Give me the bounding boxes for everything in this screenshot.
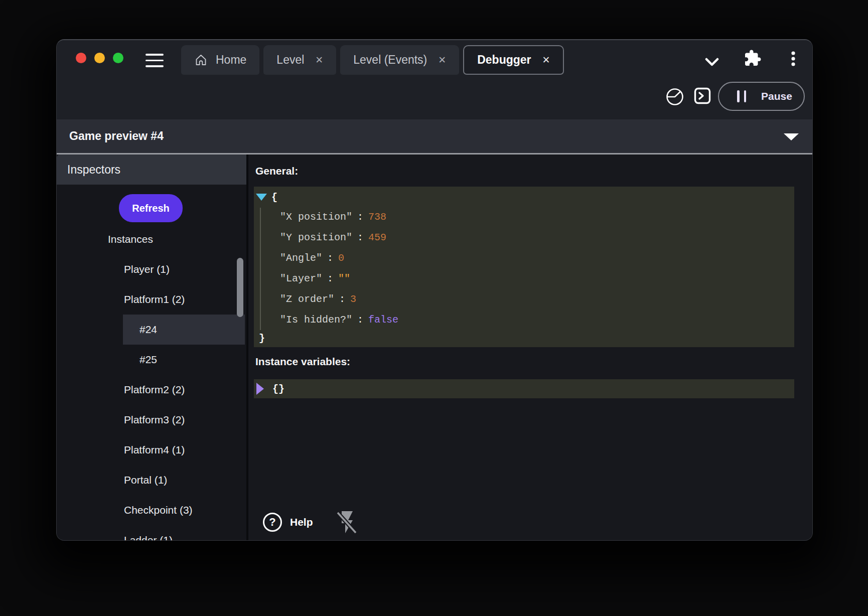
console-icon[interactable] [694, 87, 711, 104]
debugger-content: Inspectors Refresh Instances Player (1) … [57, 155, 812, 540]
open-brace: { [271, 192, 277, 203]
json-value: "" [338, 273, 350, 284]
tab-home[interactable]: Home [181, 45, 259, 75]
json-property-row: "Layer" : "" [254, 268, 794, 289]
tab-level[interactable]: Level ✕ [263, 45, 336, 75]
debugger-toolbar: Pause [57, 75, 812, 119]
pause-button[interactable]: Pause [718, 82, 805, 111]
instances-tree-item-instances[interactable]: Instances [57, 224, 246, 254]
minimize-window-button[interactable] [94, 53, 105, 63]
general-json-viewer: { "X position" : 738 "Y position" : 459 … [254, 187, 794, 347]
general-json-rows: "X position" : 738 "Y position" : 459 "A… [254, 207, 794, 330]
instances-tree-item-24[interactable]: #24 [57, 315, 246, 345]
close-tab-icon[interactable]: ✕ [542, 54, 550, 66]
json-value: 738 [368, 211, 386, 223]
json-value: 3 [350, 293, 356, 305]
json-separator: : [334, 293, 350, 305]
expand-node-icon[interactable] [256, 383, 264, 395]
zoom-window-button[interactable] [113, 53, 123, 63]
inspectors-sidebar: Inspectors Refresh Instances Player (1) … [57, 155, 246, 540]
main-menu-icon[interactable] [146, 54, 164, 67]
instances-tree-item-label: #25 [139, 354, 157, 366]
instances-tree-item-label: Portal (1) [124, 474, 167, 486]
tab-debugger[interactable]: Debugger ✕ [463, 45, 564, 75]
pause-button-label: Pause [761, 90, 792, 102]
json-property-row: "Angle" : 0 [254, 248, 794, 268]
json-key: "Angle" [280, 252, 322, 264]
general-section-label: General: [255, 165, 812, 178]
instances-tree-item-portal-1[interactable]: Portal (1) [57, 465, 246, 495]
tab-label: Debugger [477, 53, 531, 67]
instances-tree-item-platform4-1[interactable]: Platform4 (1) [57, 435, 246, 465]
close-tab-icon[interactable]: ✕ [315, 54, 323, 66]
json-key: "Z order" [280, 293, 334, 305]
pause-icon [737, 90, 746, 102]
chevron-down-icon[interactable] [705, 56, 719, 68]
json-property-row: "Is hidden?" : false [254, 310, 794, 330]
json-separator: : [322, 252, 338, 264]
help-row: ? Help [263, 509, 359, 535]
window-controls [76, 53, 123, 63]
close-window-button[interactable] [76, 53, 86, 63]
extensions-icon[interactable] [744, 49, 762, 67]
profiler-icon[interactable] [665, 87, 684, 106]
instances-tree-item-label: Instances [108, 233, 153, 245]
json-value: 0 [338, 252, 344, 264]
sidebar-scrollbar[interactable] [237, 258, 243, 317]
inspectors-header: Inspectors [57, 155, 246, 185]
json-separator: : [352, 314, 368, 326]
instance-variables-value: {} [272, 383, 284, 395]
home-icon [194, 53, 208, 67]
instances-tree-item-label: Ladder (1) [124, 534, 173, 540]
game-preview-title: Game preview #4 [69, 129, 164, 143]
instances-tree-item-label: Checkpoint (3) [124, 504, 193, 516]
tab-level-events[interactable]: Level (Events) ✕ [340, 45, 459, 75]
instances-tree-item-label: Player (1) [124, 263, 170, 275]
tab-bar: Home Level ✕ Level (Events) ✕ Debugger ✕ [181, 45, 564, 75]
json-key: "Is hidden?" [280, 314, 352, 326]
instances-tree-item-label: Platform2 (2) [124, 384, 185, 396]
instances-tree-item-label: Platform3 (2) [124, 414, 185, 426]
close-tab-icon[interactable]: ✕ [438, 54, 446, 66]
instances-tree-item-player-1[interactable]: Player (1) [57, 254, 246, 284]
instances-tree-item-checkpoint-3[interactable]: Checkpoint (3) [57, 495, 246, 525]
json-value: false [368, 314, 398, 326]
instances-tree-item-platform2-2[interactable]: Platform2 (2) [57, 375, 246, 405]
instances-tree-item-label: Platform4 (1) [124, 444, 185, 456]
json-key: "Y position" [280, 232, 352, 243]
json-separator: : [352, 232, 368, 243]
instances-tree-item-platform3-2[interactable]: Platform3 (2) [57, 405, 246, 435]
instances-tree-item-ladder-1[interactable]: Ladder (1) [57, 525, 246, 540]
json-value: 459 [368, 232, 386, 243]
json-key: "X position" [280, 211, 352, 223]
indent-guide [260, 208, 261, 330]
dropdown-caret-icon[interactable] [784, 133, 799, 140]
json-key: "Layer" [280, 273, 322, 284]
instance-variables-viewer: {} [254, 379, 794, 398]
help-icon[interactable]: ? [263, 513, 282, 532]
instance-variables-label: Instance variables: [255, 355, 812, 368]
app-window: Home Level ✕ Level (Events) ✕ Debugger ✕ [56, 39, 813, 541]
tab-label: Home [216, 53, 246, 67]
json-property-row: "Z order" : 3 [254, 289, 794, 310]
screen: Home Level ✕ Level (Events) ✕ Debugger ✕ [0, 0, 868, 616]
refresh-button[interactable]: Refresh [119, 194, 183, 222]
close-brace: } [259, 333, 265, 344]
inspector-detail-panel: General: { "X position" : 738 "Y positio… [248, 155, 812, 540]
help-label: Help [290, 516, 313, 528]
flash-off-icon[interactable] [333, 509, 359, 535]
more-options-icon[interactable] [787, 50, 799, 67]
game-preview-selector[interactable]: Game preview #4 [57, 119, 812, 155]
tab-label: Level [276, 53, 304, 67]
json-separator: : [322, 273, 338, 284]
instances-tree-item-platform1-2[interactable]: Platform1 (2) [57, 284, 246, 315]
instances-tree: Instances Player (1) Platform1 (2) #24 #… [57, 224, 246, 540]
instances-tree-item-25[interactable]: #25 [57, 345, 246, 375]
inspectors-header-label: Inspectors [67, 163, 120, 177]
json-property-row: "X position" : 738 [254, 207, 794, 227]
instances-tree-item-label: Platform1 (2) [124, 293, 185, 305]
instances-tree-item-label: #24 [139, 324, 157, 336]
tab-label: Level (Events) [353, 53, 427, 67]
titlebar: Home Level ✕ Level (Events) ✕ Debugger ✕ [57, 40, 812, 75]
collapse-node-icon[interactable] [256, 194, 267, 201]
